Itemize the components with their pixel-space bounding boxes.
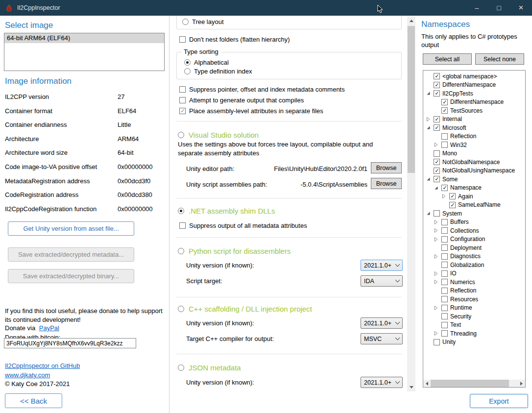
namespace-checkbox[interactable] bbox=[449, 193, 456, 199]
namespace-checkbox[interactable] bbox=[441, 142, 448, 148]
namespace-checkbox[interactable] bbox=[441, 296, 448, 302]
tree-item-notglobalnamespace[interactable]: NotGlobalNamespace bbox=[423, 158, 525, 167]
namespace-checkbox[interactable] bbox=[434, 159, 440, 165]
namespace-tree[interactable]: <global namespace>DifferentNamespaceIl2C… bbox=[423, 70, 526, 388]
tree-item-namespace[interactable]: Namespace bbox=[423, 184, 525, 193]
cpp-scaffolding-radio[interactable]: C++ scaffolding / DLL injection project bbox=[178, 304, 312, 314]
tree-item-win32[interactable]: Win32 bbox=[423, 141, 525, 149]
paypal-link[interactable]: PayPal bbox=[39, 324, 59, 332]
python-script-radio[interactable]: Python script for disassemblers bbox=[178, 246, 290, 256]
scrollbar-thumb[interactable] bbox=[431, 380, 509, 387]
tree-item-buffers[interactable]: Buffers bbox=[423, 218, 525, 227]
expander-collapsed-icon[interactable] bbox=[434, 143, 441, 147]
suppress-comments-checkbox[interactable]: Suppress pointer, offset and index metad… bbox=[179, 85, 345, 93]
back-button[interactable]: << Back bbox=[5, 393, 62, 408]
select-all-button[interactable]: Select all bbox=[423, 53, 472, 65]
tree-item-threading[interactable]: Threading bbox=[423, 329, 525, 338]
alphabetical-radio[interactable]: Alphabetical bbox=[184, 58, 229, 66]
scroll-left-icon[interactable] bbox=[423, 380, 431, 387]
json-unity-version-combo[interactable]: 2021.1.0+ bbox=[361, 377, 403, 388]
tree-horizontal-scrollbar[interactable] bbox=[423, 380, 525, 387]
expander-collapsed-icon[interactable] bbox=[434, 280, 441, 285]
namespace-checkbox[interactable] bbox=[441, 313, 448, 319]
namespace-checkbox[interactable] bbox=[434, 82, 440, 88]
export-button[interactable]: Export bbox=[470, 394, 528, 408]
tree-item-again[interactable]: Again bbox=[423, 192, 525, 201]
json-metadata-radio[interactable]: JSON metadata bbox=[178, 363, 241, 372]
tree-item-text[interactable]: Text bbox=[423, 321, 525, 330]
expander-collapsed-icon[interactable] bbox=[434, 331, 441, 336]
browse-editor-path-button[interactable]: Browse bbox=[371, 162, 402, 173]
tree-item-reflection[interactable]: Reflection bbox=[423, 132, 525, 141]
browse-assemblies-path-button[interactable]: Browse bbox=[371, 178, 402, 189]
shim-dlls-radio[interactable]: .NET assembly shim DLLs bbox=[178, 206, 275, 216]
tree-item-resources[interactable]: Resources bbox=[423, 295, 525, 304]
flatten-checkbox[interactable]: Don't nest folders (flatten hierarchy) bbox=[179, 35, 290, 43]
tree-item-notglobalusingnamespace[interactable]: NotGlobalUsingNamespace bbox=[423, 167, 525, 175]
namespace-checkbox[interactable] bbox=[434, 150, 440, 157]
expander-collapsed-icon[interactable] bbox=[442, 194, 449, 199]
namespace-checkbox[interactable] bbox=[441, 236, 448, 243]
namespace-checkbox[interactable] bbox=[441, 107, 448, 114]
assemblies-path-value[interactable]: -5.0.4\ScriptAssemblies bbox=[252, 181, 367, 188]
tree-item-deployment[interactable]: Deployment bbox=[423, 243, 525, 252]
namespace-checkbox[interactable] bbox=[441, 279, 448, 285]
namespace-checkbox[interactable] bbox=[434, 73, 440, 79]
editor-path-value[interactable]: Files\Unity\Hub\Editor\2020.2.0f1 bbox=[252, 165, 367, 172]
expander-collapsed-icon[interactable] bbox=[426, 117, 434, 121]
image-listbox[interactable]: 64-bit ARM64 (ELF64) bbox=[4, 33, 165, 71]
namespace-checkbox[interactable] bbox=[441, 227, 448, 234]
expander-expanded-icon[interactable] bbox=[426, 177, 434, 182]
namespace-checkbox[interactable] bbox=[441, 185, 448, 191]
tree-item-unity[interactable]: Unity bbox=[423, 338, 525, 347]
namespace-checkbox[interactable] bbox=[441, 219, 448, 225]
visual-studio-radio[interactable]: Visual Studio solution bbox=[178, 130, 259, 140]
namespace-checkbox[interactable] bbox=[441, 133, 448, 140]
tree-item-il2cpptests[interactable]: Il2CppTests bbox=[423, 89, 525, 98]
namespace-checkbox[interactable] bbox=[441, 253, 448, 260]
tree-item-differentnamespace[interactable]: DifferentNamespace bbox=[423, 81, 525, 90]
namespace-checkbox[interactable] bbox=[434, 90, 440, 97]
cpp-unity-version-combo[interactable]: 2021.1.0+ bbox=[361, 317, 403, 329]
tree-item-differentnamespace[interactable]: DifferentNamespace bbox=[423, 98, 525, 107]
tree-item-globalization[interactable]: Globalization bbox=[423, 261, 525, 269]
expander-collapsed-icon[interactable] bbox=[434, 254, 441, 259]
expander-expanded-icon[interactable] bbox=[434, 185, 441, 190]
website-link[interactable]: www.djkaty.com bbox=[5, 371, 50, 379]
script-target-combo[interactable]: IDA bbox=[361, 275, 403, 287]
namespace-checkbox[interactable] bbox=[441, 270, 448, 277]
namespace-checkbox[interactable] bbox=[434, 176, 440, 182]
namespace-checkbox[interactable] bbox=[441, 305, 448, 311]
tree-item-sameleafname[interactable]: SameLeafName bbox=[423, 201, 525, 210]
tree-item-diagnostics[interactable]: Diagnostics bbox=[423, 252, 525, 261]
expander-expanded-icon[interactable] bbox=[426, 91, 434, 96]
tree-item-reflection[interactable]: Reflection bbox=[423, 287, 525, 295]
bitcoin-address-input[interactable] bbox=[4, 338, 136, 348]
namespace-checkbox[interactable] bbox=[434, 339, 440, 345]
tree-item-global-namespace[interactable]: <global namespace> bbox=[423, 72, 525, 81]
suppress-attributes-checkbox[interactable]: Suppress output of all metadata attribut… bbox=[179, 221, 307, 229]
expander-expanded-icon[interactable] bbox=[426, 211, 434, 216]
tree-item-runtime[interactable]: Runtime bbox=[423, 304, 525, 313]
expander-collapsed-icon[interactable] bbox=[434, 228, 441, 233]
get-unity-version-button[interactable]: Get Unity version from asset file... bbox=[8, 221, 134, 236]
namespace-checkbox[interactable] bbox=[441, 244, 448, 251]
tree-item-testsources[interactable]: TestSources bbox=[423, 106, 525, 115]
tree-item-microsoft[interactable]: Microsoft bbox=[423, 123, 525, 132]
namespace-checkbox[interactable] bbox=[441, 262, 448, 268]
minimize-button-icon[interactable]: – bbox=[466, 0, 488, 16]
namespace-checkbox[interactable] bbox=[441, 99, 448, 105]
scroll-up-icon[interactable] bbox=[407, 17, 415, 25]
namespace-checkbox[interactable] bbox=[434, 116, 440, 122]
tree-item-security[interactable]: Security bbox=[423, 312, 525, 321]
tree-item-some[interactable]: Some bbox=[423, 175, 525, 184]
namespace-checkbox[interactable] bbox=[441, 322, 448, 328]
maximize-button-icon[interactable]: □ bbox=[488, 0, 510, 16]
close-button-icon[interactable]: × bbox=[510, 0, 532, 16]
cpp-compiler-combo[interactable]: MSVC bbox=[361, 333, 403, 344]
tree-item-configuration[interactable]: Configuration bbox=[423, 235, 525, 244]
select-none-button[interactable]: Select none bbox=[475, 53, 524, 65]
type-definition-index-radio[interactable]: Type definition index bbox=[184, 67, 252, 75]
expander-collapsed-icon[interactable] bbox=[434, 305, 441, 310]
expander-expanded-icon[interactable] bbox=[426, 125, 434, 130]
